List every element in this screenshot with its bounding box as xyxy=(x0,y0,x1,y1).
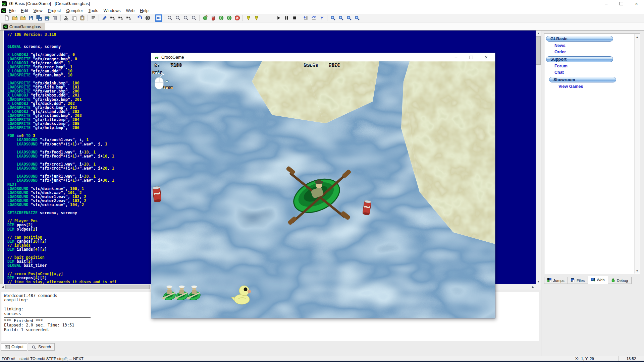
scroll-left-icon[interactable]: ◀ xyxy=(0,284,5,290)
find-button[interactable] xyxy=(166,14,173,22)
undo-button[interactable] xyxy=(136,14,143,22)
menu-web[interactable]: Web xyxy=(123,8,137,13)
vertical-scroll-thumb[interactable] xyxy=(536,36,541,65)
replace-button[interactable] xyxy=(109,14,116,22)
scrollbar-corner xyxy=(536,284,541,290)
scroll-right-icon[interactable]: ▶ xyxy=(530,284,536,290)
save-icon xyxy=(28,15,34,21)
menu-project[interactable]: Project xyxy=(45,8,64,13)
sidebar-scroll-up-icon[interactable]: ▲ xyxy=(635,34,640,40)
editor-vertical-scrollbar[interactable]: ▲ ▼ xyxy=(536,31,541,284)
replace-all-button[interactable] xyxy=(117,14,124,22)
run-button[interactable] xyxy=(217,14,225,22)
menu-edit[interactable]: Edit xyxy=(18,8,31,13)
goto-sub-icon: SUB xyxy=(246,15,251,21)
code-line: LOADSOUND "sfx/extra.wav", 104, 2 xyxy=(7,203,116,207)
sidebar-link-forum[interactable]: Forum xyxy=(554,64,640,68)
game-minimize-button[interactable]: – xyxy=(448,53,464,61)
horizontal-scroll-thumb[interactable] xyxy=(5,285,150,289)
sidebar-scrollbar[interactable]: ▲ ▼ xyxy=(634,34,640,274)
format-button[interactable] xyxy=(90,14,97,22)
sidebar-link-news[interactable]: News xyxy=(554,43,640,48)
build-run-button[interactable] xyxy=(225,14,233,22)
bookmark-toggle-button[interactable] xyxy=(329,14,336,22)
menu-windows[interactable]: Windows xyxy=(101,8,123,13)
hud-best-value: 7190 xyxy=(329,63,341,67)
find-prev-button[interactable] xyxy=(182,14,190,22)
syntax-check-button[interactable] xyxy=(201,14,209,22)
bookmark-next-button[interactable] xyxy=(337,14,344,22)
window-edge xyxy=(0,361,644,362)
sidebar-tab-web[interactable]: Web xyxy=(588,276,608,284)
menu-tools[interactable]: Tools xyxy=(86,8,101,13)
tab-crocogame-gbas[interactable]: CrocoGame.gbas xyxy=(1,23,45,30)
sidebar-scroll-down-icon[interactable]: ▼ xyxy=(635,268,640,274)
open-file-button[interactable] xyxy=(11,14,18,22)
redo-button[interactable] xyxy=(144,14,151,22)
delete-button[interactable] xyxy=(51,14,59,22)
maximize-button[interactable] xyxy=(614,0,629,7)
tab-search[interactable]: Search xyxy=(28,343,55,351)
menu-help[interactable]: Help xyxy=(137,8,151,13)
sidebar-tab-jumps[interactable]: Jumps xyxy=(544,277,568,284)
step-over-button[interactable] xyxy=(310,14,317,22)
maximize-icon xyxy=(620,2,623,5)
export-button[interactable] xyxy=(43,14,51,22)
step-into-button[interactable] xyxy=(302,14,309,22)
sidebar-link-view-games[interactable]: View Games xyxy=(558,84,640,89)
game-close-button[interactable]: × xyxy=(479,53,494,61)
tab-label: CrocoGame.gbas xyxy=(9,24,41,29)
tab-output[interactable]: C:Output xyxy=(1,343,27,351)
delete-icon xyxy=(52,15,58,21)
step-out-button[interactable] xyxy=(318,14,325,22)
crocogame-window-icon xyxy=(154,55,159,60)
save-all-button[interactable] xyxy=(35,14,43,22)
step-into-icon xyxy=(303,15,309,21)
files-icon xyxy=(571,278,575,283)
toggle-project-view-button[interactable] xyxy=(155,14,162,22)
code-line: DIM ppos[2] xyxy=(7,223,116,227)
debug-pause-button[interactable] xyxy=(283,14,290,22)
scroll-down-icon[interactable]: ▼ xyxy=(536,279,541,284)
minimize-button[interactable]: – xyxy=(599,0,614,7)
cut-button[interactable] xyxy=(62,14,70,22)
save-button[interactable] xyxy=(27,14,35,22)
svg-text:SUB: SUB xyxy=(247,16,250,18)
toolbar-separator xyxy=(99,15,99,21)
new-file-button[interactable] xyxy=(3,14,10,22)
document-tabbar: CrocoGame.gbas xyxy=(0,22,644,31)
sidebar-link-order[interactable]: Order xyxy=(554,50,640,54)
debug-run-icon xyxy=(276,15,281,21)
debug-run-button[interactable] xyxy=(275,14,282,22)
menu-compiler[interactable]: Compiler xyxy=(64,8,86,13)
debug-stop-button[interactable] xyxy=(291,14,298,22)
game-titlebar[interactable]: CrocoGame – × xyxy=(151,53,495,62)
find-next-icon xyxy=(175,15,181,21)
bookmark-clear-button[interactable] xyxy=(353,14,361,22)
sidebar-link-chat[interactable]: Chat xyxy=(554,70,640,75)
copy-button[interactable] xyxy=(70,14,78,22)
sidebar-header-support: Support xyxy=(546,56,613,62)
build-button[interactable] xyxy=(209,14,217,22)
stop-build-button[interactable] xyxy=(233,14,241,22)
toolbar-separator xyxy=(199,15,200,21)
find-in-files-button[interactable] xyxy=(190,14,198,22)
menu-view[interactable]: View xyxy=(31,8,45,13)
scroll-up-icon[interactable]: ▲ xyxy=(536,31,541,36)
edit-marker-button[interactable] xyxy=(101,14,108,22)
menu-file[interactable]: File xyxy=(6,8,18,13)
paste-button[interactable] xyxy=(78,14,86,22)
open-recent-button[interactable] xyxy=(19,14,26,22)
game-maximize-button[interactable] xyxy=(464,53,479,61)
stop-build-icon xyxy=(234,15,240,21)
sidebar-tab-files[interactable]: Files xyxy=(568,277,588,284)
goto-sub-button[interactable]: SUB xyxy=(245,14,252,22)
game-viewport[interactable]: $: 7190 best: 7190 bait ↔ turn xyxy=(151,61,495,318)
close-button[interactable]: × xyxy=(629,0,644,7)
bookmark-prev-button[interactable] xyxy=(345,14,353,22)
game-maximize-icon xyxy=(469,56,473,59)
sidebar-tab-debug[interactable]: Debug xyxy=(608,277,632,284)
find-symbol-button[interactable] xyxy=(125,14,132,22)
goto-fun-button[interactable]: FUN xyxy=(253,14,260,22)
find-next-button[interactable] xyxy=(174,14,181,22)
